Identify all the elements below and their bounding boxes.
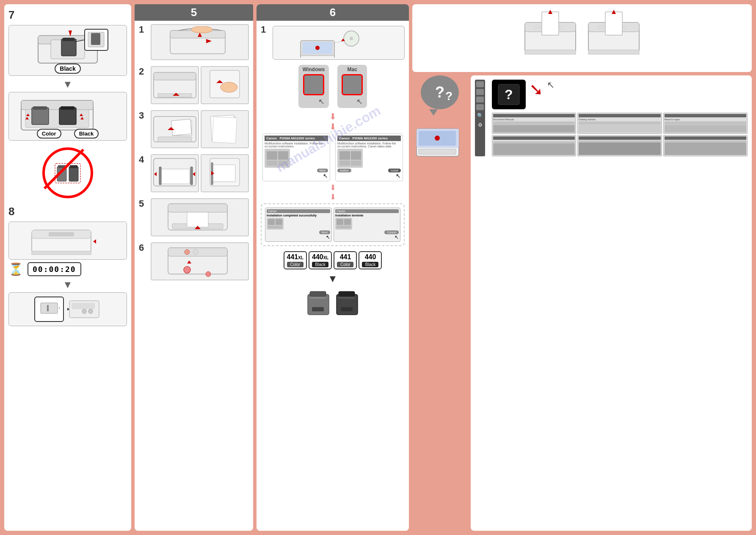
arrow-to-cartridges: ▼: [261, 273, 405, 285]
canon-win-title: PIXMA MG2200 series: [280, 136, 315, 140]
canon-win-thumb-svg: [266, 150, 289, 166]
step5-4a-svg: [152, 156, 198, 190]
canon-mac-author-btn[interactable]: Author: [337, 169, 351, 172]
install-cursor-2: ↖: [335, 234, 399, 240]
flow-arrow-3: ⬇: [261, 183, 405, 192]
manual-4-header: [493, 136, 575, 140]
svg-rect-108: [276, 219, 282, 225]
svg-line-88: [334, 42, 342, 43]
section-8-label: 8: [8, 205, 127, 218]
canon-win-thumb: [265, 149, 290, 168]
printer-svg-1: [25, 27, 110, 67]
tool-btn-4[interactable]: [476, 104, 484, 110]
help-laptop-svg: [412, 120, 467, 163]
printer-both-diagram: Color Black: [8, 92, 127, 141]
step5-3b-svg: [208, 112, 242, 146]
step5-5-svg: [166, 200, 234, 234]
svg-rect-104: [339, 161, 350, 166]
svg-point-37: [82, 309, 86, 313]
install-terminate-header: Canon: [335, 209, 399, 213]
help-icon-box: ?: [492, 80, 526, 109]
mac-logo-svg: [345, 78, 359, 92]
step-5-1: 1: [139, 24, 249, 60]
section-6-panel: manualshibie.com 6 1: [257, 4, 409, 531]
svg-point-137: [435, 136, 440, 141]
computer-cd-diagram: [273, 26, 405, 60]
svg-rect-58: [212, 117, 237, 144]
install-cancel-btn[interactable]: Cancel: [384, 230, 399, 234]
manual-thumb-6: [663, 135, 748, 156]
color-cartridge-svg: [306, 288, 331, 316]
paper-load-row: [417, 8, 748, 68]
color-label: Color: [37, 129, 61, 139]
timer-row: ⏳ 00:00:20: [8, 262, 127, 276]
tool-btn-2[interactable]: [476, 89, 484, 95]
manual-2-line-2: [579, 123, 660, 125]
install-complete-row: Canon Installation completed successfull…: [265, 208, 400, 242]
search-icon[interactable]: 🔍: [476, 112, 484, 119]
windows-icon: [303, 74, 324, 95]
step5-2a-svg: [152, 68, 198, 102]
svg-rect-8: [91, 33, 100, 45]
install-complete-thumb-svg: [267, 218, 283, 229]
svg-rect-138: [419, 149, 456, 154]
install-terminate-label: Installation terminte: [335, 214, 399, 217]
red-arrow-icon: ➘: [529, 80, 544, 99]
canon-win-next-btn[interactable]: Next: [317, 169, 328, 172]
svg-rect-90: [315, 79, 320, 85]
svg-rect-31: [41, 303, 58, 313]
step5-1-svg: [166, 26, 234, 58]
install-complete-next-btn[interactable]: Next: [319, 230, 330, 234]
ink-440-badge: 440 Black: [359, 251, 382, 269]
os-selection: Windows ↖ Mac: [261, 65, 405, 108]
hourglass-icon: ⏳: [8, 262, 23, 276]
ink-441xl-num: 441XL: [287, 253, 304, 261]
step5-3a-svg: [152, 112, 198, 146]
mac-cursor-2: ↖: [337, 172, 401, 179]
svg-rect-109: [268, 226, 282, 228]
install-terminate-thumb: [335, 218, 352, 230]
svg-rect-17: [59, 108, 76, 125]
manual-6-line-1: [665, 141, 746, 142]
svg-rect-45: [154, 72, 196, 80]
canon-mac-desc: Multifunction software installation. Fol…: [337, 142, 401, 148]
section-5-header: 5: [135, 4, 253, 21]
tool-btn-1[interactable]: [476, 81, 484, 87]
svg-rect-60: [160, 169, 190, 184]
svg-rect-89: [308, 79, 314, 85]
svg-rect-23: [69, 166, 78, 181]
step-5-1-illus: [151, 24, 249, 60]
svg-marker-29: [93, 239, 96, 244]
section-6-header: 6: [257, 4, 409, 21]
canon-mac-thumb-svg: [339, 150, 362, 166]
mac-icon: [342, 74, 363, 95]
canon-mac-install-btn[interactable]: Install: [388, 169, 401, 172]
step-5-4: 4: [139, 154, 249, 192]
svg-rect-121: [339, 297, 355, 299]
svg-rect-115: [310, 291, 326, 297]
windows-cursor: ↖: [303, 97, 325, 106]
svg-rect-4: [63, 38, 74, 41]
svg-rect-30: [32, 251, 91, 255]
tool-btn-3[interactable]: [476, 97, 484, 103]
install-complete-header: Canon: [267, 209, 330, 213]
step-5-2-illus-a: [151, 66, 199, 104]
svg-rect-18: [61, 106, 74, 110]
gear-icon[interactable]: ⚙: [476, 121, 484, 129]
svg-rect-21: [57, 166, 66, 181]
svg-rect-133: [588, 50, 639, 54]
install-complete-thumb: [267, 218, 284, 230]
step-5-1-num: 1: [139, 24, 147, 35]
windows-label: Windows: [303, 67, 325, 72]
question-bubble: ? ?: [421, 75, 459, 109]
step-5-6-num: 6: [139, 242, 147, 253]
install-cursor-1: ↖: [267, 234, 330, 240]
step-5-3: 3: [139, 110, 249, 148]
step-5-4-illus-b: [201, 154, 249, 192]
canon-win-desc: Multifunction software installation. Fol…: [265, 142, 328, 148]
step-5-3-illus-b: [201, 110, 249, 148]
section-6-step1-num: 1: [261, 24, 269, 61]
canon-dialog-mac: Canon PIXMA MG2250 series Multifunction …: [335, 133, 403, 181]
svg-point-76: [185, 249, 190, 255]
lcd-svg: [39, 301, 60, 318]
